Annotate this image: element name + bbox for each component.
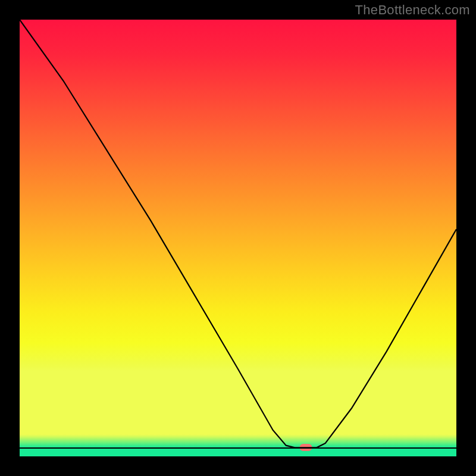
curve-layer xyxy=(20,20,456,456)
watermark-text: TheBottleneck.com xyxy=(355,2,470,18)
baseline xyxy=(20,447,456,449)
plot-area xyxy=(20,20,456,456)
chart-container: TheBottleneck.com xyxy=(0,0,476,476)
bottleneck-curve xyxy=(20,20,456,447)
